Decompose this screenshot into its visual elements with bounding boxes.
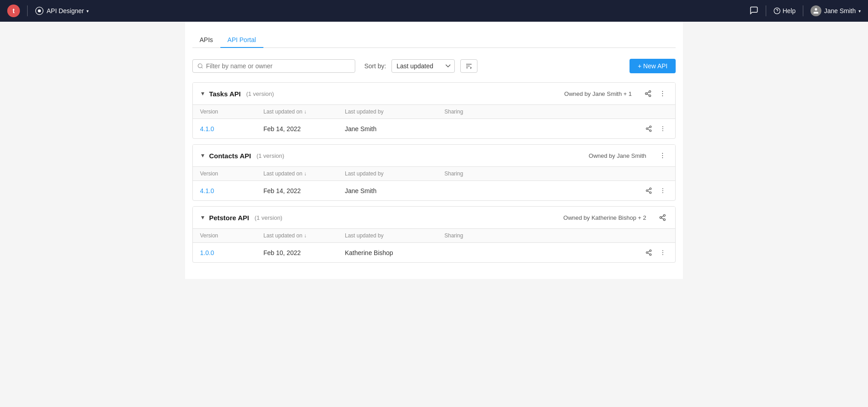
sharing-cell-petstore bbox=[437, 243, 675, 263]
api-actions-petstore bbox=[657, 212, 668, 223]
user-dropdown-icon: ▾ bbox=[858, 9, 861, 14]
svg-point-20 bbox=[649, 130, 651, 132]
col-header-version-petstore: Version bbox=[193, 229, 256, 243]
version-link-tasks[interactable]: 4.1.0 bbox=[193, 119, 256, 139]
search-input[interactable] bbox=[206, 62, 350, 70]
col-header-updated-by-petstore: Last updated by bbox=[338, 229, 437, 243]
topnav: t API Designer ▾ Help bbox=[0, 0, 868, 22]
share-button-tasks[interactable] bbox=[643, 88, 653, 99]
chat-icon[interactable] bbox=[749, 6, 758, 16]
share-button-petstore[interactable] bbox=[657, 212, 668, 223]
more-version-button-contacts[interactable] bbox=[658, 185, 668, 196]
more-version-button-tasks[interactable] bbox=[658, 123, 668, 134]
version-link-contacts[interactable]: 4.1.0 bbox=[193, 181, 256, 201]
search-box bbox=[192, 59, 355, 73]
svg-point-27 bbox=[662, 155, 663, 156]
version-header-contacts: Version Last updated on ↓ Last updated b… bbox=[193, 167, 675, 181]
col-header-updated-petstore: Last updated on ↓ bbox=[256, 229, 338, 243]
col-header-updated-tasks: Last updated on ↓ bbox=[256, 105, 338, 119]
nav-right: Help Jane Smith ▾ bbox=[749, 5, 861, 16]
svg-point-25 bbox=[663, 130, 663, 131]
version-table-petstore: Version Last updated on ↓ Last updated b… bbox=[193, 228, 675, 262]
last-updated-by-contacts: Jane Smith bbox=[338, 181, 437, 201]
chevron-tasks[interactable]: ▼ bbox=[200, 90, 205, 97]
tab-api-portal[interactable]: API Portal bbox=[220, 33, 263, 48]
sort-order-button[interactable] bbox=[460, 59, 477, 73]
api-owner-contacts: Owned by Jane Smith bbox=[589, 152, 646, 159]
more-button-tasks[interactable] bbox=[657, 88, 668, 99]
nav-divider-3 bbox=[803, 5, 803, 16]
api-version-count-petstore: (1 version) bbox=[255, 214, 282, 221]
new-api-button[interactable]: + New API bbox=[630, 59, 676, 73]
svg-line-32 bbox=[648, 191, 649, 192]
share-version-button-contacts[interactable] bbox=[644, 185, 654, 196]
share-version-button-tasks[interactable] bbox=[644, 123, 654, 134]
boomi-icon bbox=[35, 6, 44, 15]
svg-line-14 bbox=[647, 92, 649, 93]
svg-point-28 bbox=[662, 157, 663, 158]
share-version-button-petstore[interactable] bbox=[644, 247, 654, 258]
api-group-header-tasks: ▼ Tasks API (1 version) Owned by Jane Sm… bbox=[193, 83, 675, 104]
brand-link[interactable]: API Designer ▾ bbox=[35, 6, 89, 15]
svg-point-31 bbox=[649, 192, 651, 194]
svg-point-19 bbox=[646, 128, 648, 130]
help-link[interactable]: Help bbox=[773, 7, 796, 14]
col-header-updated-by-contacts: Last updated by bbox=[338, 167, 437, 181]
api-group-tasks: ▼ Tasks API (1 version) Owned by Jane Sm… bbox=[192, 82, 676, 139]
api-group-header-petstore: ▼ Petstore API (1 version) Owned by Kath… bbox=[193, 207, 675, 228]
api-name-contacts: Contacts API bbox=[209, 152, 251, 160]
sharing-cell-contacts bbox=[437, 181, 675, 201]
svg-point-4 bbox=[815, 8, 817, 10]
api-group-petstore: ▼ Petstore API (1 version) Owned by Kath… bbox=[192, 206, 676, 263]
api-name-petstore: Petstore API bbox=[209, 214, 249, 222]
svg-point-43 bbox=[646, 252, 648, 254]
last-updated-tasks: Feb 14, 2022 bbox=[256, 119, 338, 139]
main-content: APIs API Portal Sort by: Last updated Na… bbox=[185, 22, 683, 279]
svg-line-22 bbox=[648, 127, 649, 128]
more-button-contacts[interactable] bbox=[657, 150, 668, 161]
last-updated-by-tasks: Jane Smith bbox=[338, 119, 437, 139]
col-header-updated-by-tasks: Last updated by bbox=[338, 105, 437, 119]
more-version-button-petstore[interactable] bbox=[658, 247, 668, 258]
svg-point-2 bbox=[774, 8, 780, 14]
svg-point-48 bbox=[663, 252, 663, 253]
svg-line-45 bbox=[648, 253, 649, 254]
svg-point-30 bbox=[646, 190, 648, 192]
version-table-contacts: Version Last updated on ↓ Last updated b… bbox=[193, 166, 675, 200]
last-updated-contacts: Feb 14, 2022 bbox=[256, 181, 338, 201]
svg-point-12 bbox=[649, 95, 651, 97]
version-row-tasks-4-1-0: 4.1.0 Feb 14, 2022 Jane Smith bbox=[193, 119, 675, 139]
brand-dropdown-icon[interactable]: ▾ bbox=[86, 9, 89, 14]
api-owner-petstore: Owned by Katherine Bishop + 2 bbox=[563, 214, 646, 221]
svg-line-41 bbox=[662, 216, 664, 217]
api-version-count-contacts: (1 version) bbox=[257, 152, 284, 159]
svg-point-1 bbox=[38, 9, 41, 13]
brand-name: API Designer bbox=[47, 7, 84, 14]
user-avatar bbox=[811, 5, 821, 16]
chevron-contacts[interactable]: ▼ bbox=[200, 152, 205, 159]
api-group-contacts: ▼ Contacts API (1 version) Owned by Jane… bbox=[192, 144, 676, 201]
svg-point-29 bbox=[649, 188, 651, 189]
app-logo[interactable]: t bbox=[7, 5, 20, 17]
chevron-petstore[interactable]: ▼ bbox=[200, 214, 205, 221]
help-icon bbox=[773, 7, 781, 14]
api-actions-tasks bbox=[643, 88, 668, 99]
svg-point-49 bbox=[663, 254, 663, 255]
svg-line-40 bbox=[662, 218, 664, 219]
last-updated-by-petstore: Katherine Bishop bbox=[338, 243, 437, 263]
user-menu[interactable]: Jane Smith ▾ bbox=[811, 5, 861, 16]
version-link-petstore[interactable]: 1.0.0 bbox=[193, 243, 256, 263]
sort-select[interactable]: Last updated Name Owner bbox=[391, 59, 455, 73]
user-name: Jane Smith bbox=[824, 7, 856, 14]
col-header-sharing-contacts: Sharing bbox=[437, 167, 675, 181]
help-label: Help bbox=[782, 7, 796, 14]
svg-point-26 bbox=[662, 153, 663, 154]
tab-apis[interactable]: APIs bbox=[192, 33, 220, 48]
svg-point-16 bbox=[662, 93, 663, 94]
sort-by-label: Sort by: bbox=[364, 62, 386, 70]
api-version-count-tasks: (1 version) bbox=[246, 90, 274, 97]
toolbar: Sort by: Last updated Name Owner + New A… bbox=[192, 59, 676, 73]
api-name-tasks: Tasks API bbox=[209, 90, 241, 98]
svg-line-13 bbox=[647, 94, 649, 95]
nav-divider-2 bbox=[766, 5, 766, 16]
